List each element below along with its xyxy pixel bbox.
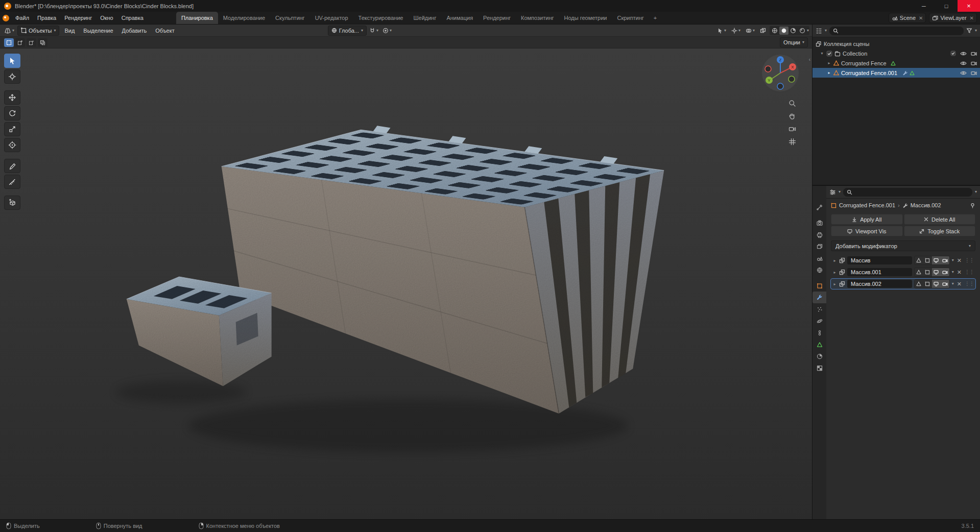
tool-add-cube[interactable] — [4, 196, 20, 210]
modifier-delete-button[interactable]: ✕ — [956, 269, 963, 276]
modifier-render-toggle[interactable] — [941, 256, 949, 264]
modifier-editmode-toggle[interactable] — [923, 280, 932, 288]
tab-rendering[interactable]: Рендеринг — [478, 12, 516, 24]
eye-icon[interactable] — [960, 51, 967, 56]
properties-search-input[interactable] — [854, 188, 969, 196]
props-tab-world[interactable] — [812, 264, 826, 276]
pan-hand-button[interactable] — [788, 112, 796, 120]
tab-shading[interactable]: Шейдинг — [408, 12, 441, 24]
outliner-search[interactable] — [829, 27, 964, 35]
eye-icon[interactable] — [960, 70, 967, 76]
viewport-menu-select[interactable]: Выделение — [80, 25, 116, 36]
tab-uv-editing[interactable]: UV-редактор — [310, 12, 353, 24]
properties-search[interactable] — [843, 188, 972, 197]
props-tab-viewlayer[interactable] — [812, 240, 826, 252]
modifier-row-array[interactable]: ▸ Массив — [831, 255, 975, 265]
modifier-name-field[interactable]: Массив.002 — [847, 280, 912, 288]
pin-icon[interactable] — [970, 203, 975, 208]
checkbox-icon[interactable] — [826, 51, 832, 57]
render-camera-icon[interactable] — [971, 51, 977, 56]
tab-animation[interactable]: Анимация — [441, 12, 478, 24]
disclosure-triangle-icon[interactable]: ▾ — [820, 51, 824, 56]
drag-handle[interactable]: ⋮⋮ — [965, 258, 974, 263]
toggle-stack-button[interactable]: Toggle Stack — [904, 226, 976, 236]
menu-window[interactable]: Окно — [96, 12, 117, 24]
material-shading-button[interactable] — [788, 27, 798, 35]
modifier-row-array-001[interactable]: ▸ Массив.001 — [831, 267, 975, 277]
object-row-corrugated-fence-001[interactable]: ▸ Corrugated Fence.001 — [812, 68, 980, 78]
collection-row[interactable]: ▾ Collection — [812, 49, 980, 58]
window-close-button[interactable]: × — [958, 0, 980, 12]
modifier-render-toggle[interactable] — [941, 268, 949, 276]
outliner-search-input[interactable] — [841, 27, 960, 34]
select-mode-intersect[interactable] — [38, 38, 47, 47]
window-minimize-button[interactable]: ─ — [913, 0, 935, 12]
tool-move[interactable] — [4, 90, 20, 105]
tool-measure[interactable] — [4, 175, 20, 189]
modifier-oncage-toggle[interactable] — [915, 256, 923, 264]
modifier-name-field[interactable]: Массив — [847, 256, 912, 264]
render-camera-icon[interactable] — [971, 70, 977, 76]
drag-handle[interactable]: ⋮⋮ — [965, 281, 974, 286]
expand-chevron-icon[interactable]: ▸ — [832, 270, 837, 275]
object-row-corrugated-fence[interactable]: ▸ Corrugated Fence — [812, 58, 980, 68]
render-camera-icon[interactable] — [971, 61, 977, 66]
menu-render[interactable]: Рендеринг — [60, 12, 96, 24]
camera-view-button[interactable] — [788, 125, 796, 133]
modifier-delete-button[interactable]: ✕ — [956, 257, 963, 264]
breadcrumb-modifier[interactable]: Массив.002 — [911, 202, 941, 208]
zoom-button[interactable] — [788, 100, 796, 107]
viewport-menu-view[interactable]: Вид — [61, 25, 78, 36]
delete-all-button[interactable]: Delete All — [904, 214, 976, 225]
props-tab-particles[interactable] — [812, 303, 826, 315]
mode-dropdown[interactable]: Объекты ▾ — [17, 26, 59, 36]
props-tab-material[interactable] — [812, 350, 826, 362]
modifier-extras-button[interactable]: ▾ — [952, 282, 954, 286]
modifier-oncage-toggle[interactable] — [915, 280, 923, 288]
viewport-canvas[interactable]: Z X Y — [0, 49, 812, 519]
viewport-vis-button[interactable]: Viewport Vis — [831, 226, 903, 236]
tab-scripting[interactable]: Скриптинг — [612, 12, 649, 24]
scene-unlink-icon[interactable]: ✕ — [919, 15, 923, 21]
add-modifier-dropdown[interactable]: Добавить модификатор ▾ — [831, 240, 975, 251]
ortho-toggle-button[interactable] — [788, 138, 796, 146]
props-tab-tool[interactable] — [812, 201, 826, 213]
props-tab-texture[interactable] — [812, 362, 826, 374]
filter-icon[interactable] — [966, 28, 972, 34]
tab-geometry-nodes[interactable]: Ноды геометрии — [559, 12, 612, 24]
tool-transform[interactable] — [4, 138, 20, 152]
tab-modeling[interactable]: Моделирование — [218, 12, 270, 24]
modifier-delete-button[interactable]: ✕ — [956, 281, 963, 287]
select-mode-set[interactable] — [4, 38, 14, 47]
modifier-row-array-002[interactable]: ▸ Массив.002 — [831, 279, 975, 289]
modifier-extras-button[interactable]: ▾ — [952, 270, 954, 274]
modifier-editmode-toggle[interactable] — [923, 256, 932, 264]
proportional-editing-toggle[interactable]: ▾ — [381, 26, 393, 35]
props-tab-object[interactable] — [812, 280, 826, 292]
selectability-dropdown[interactable]: ▾ — [715, 26, 728, 35]
props-tab-physics[interactable] — [812, 315, 826, 327]
select-mode-subtract[interactable] — [27, 38, 36, 47]
editor-type-button[interactable]: ▾ — [3, 26, 16, 35]
apply-all-button[interactable]: Apply All — [831, 214, 903, 225]
viewlayer-selector[interactable]: ViewLayer ✕ — [929, 13, 977, 23]
props-tab-scene[interactable] — [812, 252, 826, 264]
props-tab-output[interactable] — [812, 229, 826, 240]
viewport-menu-add[interactable]: Добавить — [118, 25, 151, 36]
modifier-render-toggle[interactable] — [941, 280, 949, 288]
overlays-dropdown[interactable]: ▾ — [744, 26, 756, 35]
snap-toggle[interactable]: ▾ — [368, 26, 380, 35]
region-collapse-arrow[interactable]: ‹ — [809, 57, 810, 62]
xray-toggle[interactable] — [758, 26, 768, 35]
viewport-menu-object[interactable]: Объект — [152, 25, 178, 36]
tool-scale[interactable] — [4, 122, 20, 136]
blender-app-menu[interactable] — [0, 12, 11, 24]
expand-chevron-icon[interactable]: ▸ — [832, 258, 837, 263]
drag-handle[interactable]: ⋮⋮ — [965, 270, 974, 275]
wireframe-shading-button[interactable] — [770, 27, 779, 35]
tool-cursor[interactable] — [4, 69, 20, 84]
menu-file[interactable]: Файл — [11, 12, 33, 24]
tab-texture-paint[interactable]: Текстурирование — [353, 12, 409, 24]
outliner-editor-icon[interactable] — [816, 28, 822, 34]
expand-chevron-icon[interactable]: ▸ — [832, 282, 837, 286]
